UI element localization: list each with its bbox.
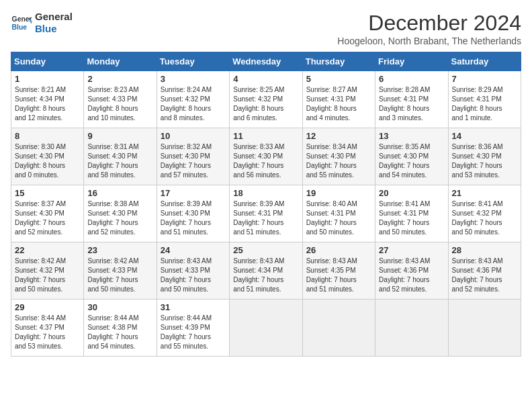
day-number: 20	[379, 188, 444, 198]
calendar-cell: 6Sunrise: 8:28 AMSunset: 4:31 PMDaylight…	[375, 71, 448, 128]
title-area: December 2024 Hoogeloon, North Brabant, …	[337, 11, 521, 46]
day-number: 19	[306, 188, 371, 198]
day-number: 15	[15, 188, 80, 198]
month-title: December 2024	[337, 11, 521, 36]
week-row-3: 15Sunrise: 8:37 AMSunset: 4:30 PMDayligh…	[11, 185, 521, 242]
cell-info: Sunrise: 8:39 AMSunset: 4:31 PMDaylight:…	[233, 199, 298, 237]
calendar-cell: 23Sunrise: 8:42 AMSunset: 4:33 PMDayligh…	[84, 242, 157, 300]
day-number: 31	[161, 302, 226, 312]
day-number: 8	[15, 131, 80, 141]
cell-info: Sunrise: 8:36 AMSunset: 4:30 PMDaylight:…	[452, 142, 517, 180]
cell-info: Sunrise: 8:41 AMSunset: 4:32 PMDaylight:…	[452, 199, 517, 237]
day-header-friday: Friday	[375, 52, 448, 71]
cell-info: Sunrise: 8:39 AMSunset: 4:30 PMDaylight:…	[161, 199, 226, 237]
day-number: 2	[87, 74, 152, 84]
calendar-cell: 19Sunrise: 8:40 AMSunset: 4:31 PMDayligh…	[302, 185, 375, 242]
calendar-cell	[230, 300, 302, 357]
calendar-cell: 27Sunrise: 8:43 AMSunset: 4:36 PMDayligh…	[375, 242, 448, 300]
day-number: 28	[452, 245, 517, 255]
cell-info: Sunrise: 8:28 AMSunset: 4:31 PMDaylight:…	[379, 85, 444, 123]
calendar-cell: 21Sunrise: 8:41 AMSunset: 4:32 PMDayligh…	[448, 185, 521, 242]
cell-info: Sunrise: 8:35 AMSunset: 4:30 PMDaylight:…	[379, 142, 444, 180]
calendar-cell: 25Sunrise: 8:43 AMSunset: 4:34 PMDayligh…	[230, 242, 302, 300]
calendar-cell: 11Sunrise: 8:33 AMSunset: 4:30 PMDayligh…	[230, 128, 302, 185]
cell-info: Sunrise: 8:44 AMSunset: 4:37 PMDaylight:…	[15, 314, 80, 351]
cell-info: Sunrise: 8:43 AMSunset: 4:36 PMDaylight:…	[452, 257, 517, 294]
svg-text:Blue: Blue	[12, 24, 28, 31]
calendar-cell: 1Sunrise: 8:21 AMSunset: 4:34 PMDaylight…	[11, 71, 84, 128]
calendar-cell: 26Sunrise: 8:43 AMSunset: 4:35 PMDayligh…	[302, 242, 375, 300]
calendar-cell: 5Sunrise: 8:27 AMSunset: 4:31 PMDaylight…	[302, 71, 375, 128]
calendar-cell: 29Sunrise: 8:44 AMSunset: 4:37 PMDayligh…	[11, 300, 84, 357]
day-number: 16	[87, 188, 152, 198]
calendar-cell: 12Sunrise: 8:34 AMSunset: 4:30 PMDayligh…	[302, 128, 375, 185]
cell-info: Sunrise: 8:40 AMSunset: 4:31 PMDaylight:…	[306, 199, 371, 237]
cell-info: Sunrise: 8:27 AMSunset: 4:31 PMDaylight:…	[306, 85, 371, 123]
day-number: 22	[15, 245, 80, 255]
day-number: 30	[87, 302, 152, 312]
day-header-row: SundayMondayTuesdayWednesdayThursdayFrid…	[11, 52, 521, 71]
logo-line1: General	[35, 11, 73, 23]
calendar-cell: 16Sunrise: 8:38 AMSunset: 4:30 PMDayligh…	[84, 185, 157, 242]
week-row-4: 22Sunrise: 8:42 AMSunset: 4:32 PMDayligh…	[11, 242, 521, 300]
cell-info: Sunrise: 8:24 AMSunset: 4:32 PMDaylight:…	[161, 85, 226, 123]
day-number: 11	[233, 131, 298, 141]
day-header-thursday: Thursday	[302, 52, 375, 71]
day-number: 4	[233, 74, 298, 84]
day-number: 13	[379, 131, 444, 141]
day-header-tuesday: Tuesday	[157, 52, 229, 71]
calendar-cell: 17Sunrise: 8:39 AMSunset: 4:30 PMDayligh…	[157, 185, 229, 242]
calendar-cell: 9Sunrise: 8:31 AMSunset: 4:30 PMDaylight…	[84, 128, 157, 185]
week-row-5: 29Sunrise: 8:44 AMSunset: 4:37 PMDayligh…	[11, 300, 521, 357]
day-number: 23	[87, 245, 152, 255]
calendar-cell: 22Sunrise: 8:42 AMSunset: 4:32 PMDayligh…	[11, 242, 84, 300]
day-number: 29	[15, 302, 80, 312]
cell-info: Sunrise: 8:44 AMSunset: 4:39 PMDaylight:…	[161, 314, 226, 351]
cell-info: Sunrise: 8:41 AMSunset: 4:31 PMDaylight:…	[379, 199, 444, 237]
cell-info: Sunrise: 8:34 AMSunset: 4:30 PMDaylight:…	[306, 142, 371, 180]
calendar-cell: 13Sunrise: 8:35 AMSunset: 4:30 PMDayligh…	[375, 128, 448, 185]
calendar-cell	[448, 300, 521, 357]
day-number: 3	[161, 74, 226, 84]
table-body: 1Sunrise: 8:21 AMSunset: 4:34 PMDaylight…	[11, 71, 521, 357]
cell-info: Sunrise: 8:38 AMSunset: 4:30 PMDaylight:…	[87, 199, 152, 237]
calendar-cell: 18Sunrise: 8:39 AMSunset: 4:31 PMDayligh…	[230, 185, 302, 242]
calendar-cell	[375, 300, 448, 357]
logo-icon: General Blue	[11, 12, 32, 34]
calendar-cell: 2Sunrise: 8:23 AMSunset: 4:33 PMDaylight…	[84, 71, 157, 128]
calendar-cell: 10Sunrise: 8:32 AMSunset: 4:30 PMDayligh…	[157, 128, 229, 185]
calendar-cell	[302, 300, 375, 357]
day-header-wednesday: Wednesday	[230, 52, 302, 71]
cell-info: Sunrise: 8:31 AMSunset: 4:30 PMDaylight:…	[87, 142, 152, 180]
location-title: Hoogeloon, North Brabant, The Netherland…	[337, 36, 521, 46]
day-header-sunday: Sunday	[11, 52, 84, 71]
calendar-cell: 15Sunrise: 8:37 AMSunset: 4:30 PMDayligh…	[11, 185, 84, 242]
day-number: 5	[306, 74, 371, 84]
calendar-cell: 24Sunrise: 8:43 AMSunset: 4:33 PMDayligh…	[157, 242, 229, 300]
day-number: 14	[452, 131, 517, 141]
day-number: 17	[161, 188, 226, 198]
day-header-saturday: Saturday	[448, 52, 521, 71]
day-number: 21	[452, 188, 517, 198]
day-number: 10	[161, 131, 226, 141]
day-number: 18	[233, 188, 298, 198]
day-header-monday: Monday	[84, 52, 157, 71]
cell-info: Sunrise: 8:33 AMSunset: 4:30 PMDaylight:…	[233, 142, 298, 180]
day-number: 25	[233, 245, 298, 255]
cell-info: Sunrise: 8:42 AMSunset: 4:33 PMDaylight:…	[87, 257, 152, 294]
cell-info: Sunrise: 8:44 AMSunset: 4:38 PMDaylight:…	[87, 314, 152, 351]
cell-info: Sunrise: 8:43 AMSunset: 4:35 PMDaylight:…	[306, 257, 371, 294]
day-number: 27	[379, 245, 444, 255]
cell-info: Sunrise: 8:37 AMSunset: 4:30 PMDaylight:…	[15, 199, 80, 237]
calendar-cell: 28Sunrise: 8:43 AMSunset: 4:36 PMDayligh…	[448, 242, 521, 300]
cell-info: Sunrise: 8:43 AMSunset: 4:34 PMDaylight:…	[233, 257, 298, 294]
cell-info: Sunrise: 8:25 AMSunset: 4:32 PMDaylight:…	[233, 85, 298, 123]
cell-info: Sunrise: 8:42 AMSunset: 4:32 PMDaylight:…	[15, 257, 80, 294]
day-number: 9	[87, 131, 152, 141]
header: General Blue General Blue December 2024 …	[11, 11, 521, 46]
day-number: 24	[161, 245, 226, 255]
calendar-cell: 7Sunrise: 8:29 AMSunset: 4:31 PMDaylight…	[448, 71, 521, 128]
day-number: 6	[379, 74, 444, 84]
cell-info: Sunrise: 8:43 AMSunset: 4:33 PMDaylight:…	[161, 257, 226, 294]
logo: General Blue General Blue	[11, 11, 73, 35]
